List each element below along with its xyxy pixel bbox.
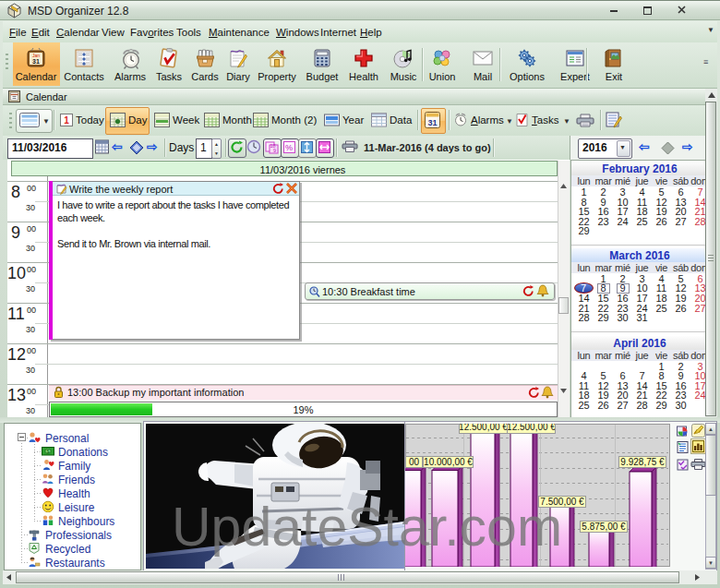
svg-text:31: 31: [427, 118, 437, 127]
svg-text:9: 9: [273, 148, 276, 153]
svg-text:1: 1: [64, 115, 69, 126]
svg-text:%: %: [285, 143, 293, 152]
svg-text:31: 31: [32, 58, 40, 65]
svg-text:$: $: [46, 449, 49, 454]
